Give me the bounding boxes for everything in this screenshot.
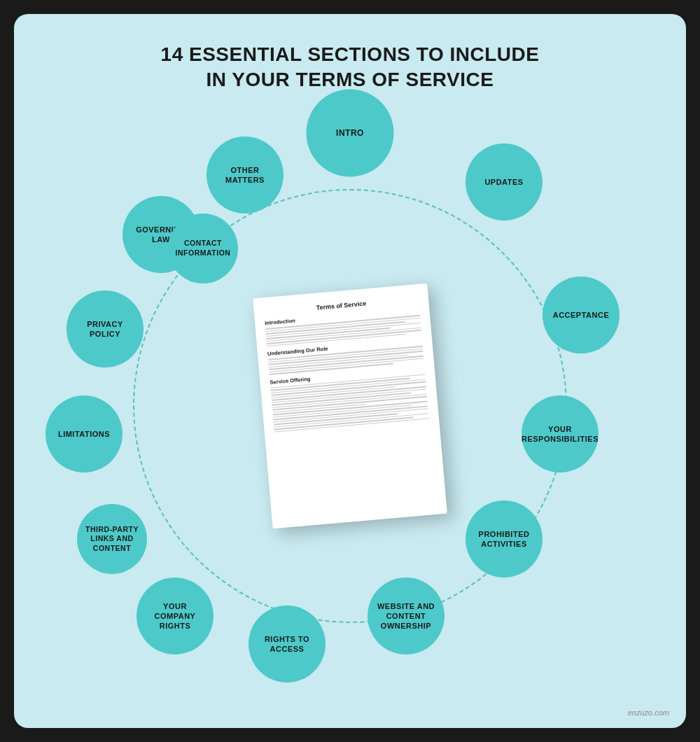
title-line1: 14 ESSENTIAL SECTIONS TO INCLUDE	[161, 43, 540, 65]
node-privacy: PRIVACYPOLICY	[66, 290, 144, 368]
title-line2: IN YOUR TERMS OF SERVICE	[206, 69, 494, 90]
node-company-rights: YOURCOMPANYRIGHTS	[136, 578, 214, 654]
node-intro: INTRO	[307, 90, 394, 177]
main-container: 14 ESSENTIAL SECTIONS TO INCLUDE IN YOUR…	[14, 14, 686, 728]
node-acceptance: ACCEPTANCE	[542, 276, 620, 354]
diagram-area: Terms of Service Introduction Understand…	[49, 112, 651, 700]
node-rights-access: RIGHTS TOACCESS	[248, 606, 326, 682]
node-third-party: THIRD-PARTYLINKS ANDCONTENT	[77, 504, 147, 574]
watermark: enzuzo.com	[628, 708, 669, 717]
node-responsibilities: YOURRESPONSIBILITIES	[522, 396, 598, 472]
node-website-ownership: WEBSITE ANDCONTENTOWNERSHIP	[368, 578, 444, 654]
node-limitations: LIMITATIONS	[46, 396, 122, 472]
document: Terms of Service Introduction Understand…	[253, 284, 447, 529]
doc-section-service: Service Offering	[270, 365, 425, 385]
node-prohibited: PROHIBITEDACTIVITIES	[465, 500, 542, 578]
page-title: 14 ESSENTIAL SECTIONS TO INCLUDE IN YOUR…	[14, 14, 686, 93]
node-other-matters: OTHERMATTERS	[206, 136, 284, 214]
node-updates: UPDATES	[465, 144, 542, 220]
node-contact-info: CONTACTINFORMATION	[168, 214, 238, 284]
